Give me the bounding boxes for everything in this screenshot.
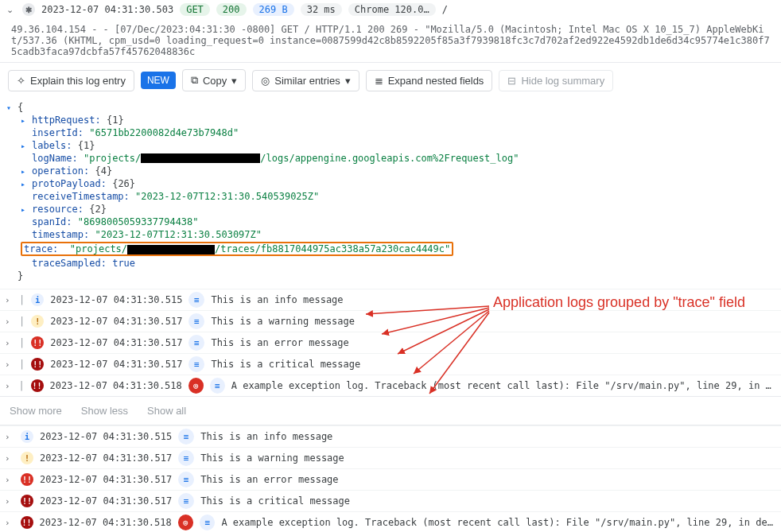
trace-lines-icon[interactable]: ≡	[200, 515, 215, 530]
log-row[interactable]: ›|!!2023-12-07 04:31:30.517≡This is a cr…	[0, 353, 781, 375]
log-row[interactable]: ›!!2023-12-07 04:31:30.517≡This is a cri…	[0, 490, 781, 511]
json-value[interactable]: "8698005059337794438"	[78, 216, 199, 227]
explain-label: Explain this log entry	[30, 75, 126, 87]
log-row[interactable]: ›|!!2023-12-07 04:31:30.517≡This is an e…	[0, 332, 781, 353]
useragent-chip[interactable]: Chrome 120.0…	[348, 3, 436, 16]
log-row[interactable]: ›!!2023-12-07 04:31:30.518⊚≡A example ex…	[0, 511, 781, 532]
json-key[interactable]: spanId:	[32, 216, 72, 227]
json-key[interactable]: insertId:	[32, 127, 84, 138]
json-value[interactable]: "2023-12-07T12:31:30.503097Z"	[95, 229, 262, 240]
json-value[interactable]: "2023-12-07T12:31:30.540539025Z"	[135, 191, 319, 202]
expand-nested-button[interactable]: ≣ Expand nested fields	[366, 70, 493, 91]
severity-icon: i	[31, 293, 44, 306]
latency-chip[interactable]: 32 ms	[301, 3, 342, 16]
toolbar: ✧ Explain this log entry NEW ⧉ Copy ▾ ◎ …	[0, 62, 781, 98]
log-message: This is an error message	[200, 474, 338, 485]
trace-lines-icon[interactable]: ≡	[178, 472, 194, 487]
expand-icon[interactable]: ›	[5, 518, 14, 528]
json-key[interactable]: resource:	[32, 204, 84, 215]
json-key[interactable]: receiveTimestamp:	[32, 191, 130, 202]
expand-icon[interactable]: ▸	[21, 205, 32, 214]
log-row[interactable]: ›!!2023-12-07 04:31:30.517≡This is an er…	[0, 468, 781, 490]
group-bar-icon: |	[19, 359, 25, 370]
stacktrace-icon[interactable]: ⊚	[178, 515, 193, 530]
json-key[interactable]: operation:	[32, 165, 89, 177]
expand-icon[interactable]: ›	[5, 338, 14, 348]
expand-icon[interactable]: ▸	[21, 116, 32, 125]
expand-icon[interactable]: ›	[5, 359, 14, 370]
show-less-button[interactable]: Show less	[81, 405, 128, 417]
expand-icon[interactable]: ⌄	[6, 5, 16, 15]
hide-summary-button: ⊟ Hide log summary	[499, 70, 613, 91]
trace-lines-icon[interactable]: ≡	[188, 313, 204, 329]
expand-icon[interactable]: ▸	[21, 142, 32, 150]
expand-icon[interactable]: ›	[5, 316, 14, 327]
show-row: Show moreShow lessShow all	[0, 396, 781, 425]
expand-icon[interactable]: ›	[5, 381, 14, 391]
expand-icon[interactable]: ▸	[21, 167, 32, 176]
json-value[interactable]: true	[112, 258, 135, 269]
trace-lines-icon[interactable]: ≡	[178, 493, 194, 509]
trace-lines-icon[interactable]: ≡	[210, 378, 225, 394]
json-value-suffix[interactable]: /traces/fb8817044975ac338a57a230cac4449c…	[215, 243, 450, 254]
log-message: This is a warning message	[200, 452, 344, 464]
chevron-down-icon: ▾	[345, 75, 351, 87]
timestamp: 2023-12-07 04:31:30.515	[50, 294, 182, 305]
trace-lines-icon[interactable]: ≡	[178, 429, 194, 445]
group-bar-icon: |	[19, 294, 25, 305]
expand-icon[interactable]: ▸	[21, 180, 32, 188]
json-collapsed: {1}	[78, 140, 95, 151]
trace-lines-icon[interactable]: ≡	[188, 356, 204, 372]
log-summary-row[interactable]: ⌄ ✱ 2023-12-07 04:31:30.503 GET 200 269 …	[0, 0, 781, 19]
expand-icon[interactable]: ›	[5, 475, 14, 485]
json-value-prefix[interactable]: "projects/	[70, 243, 127, 254]
json-key[interactable]: traceSampled:	[32, 258, 107, 269]
method-chip[interactable]: GET	[180, 3, 210, 16]
json-key[interactable]: labels:	[32, 140, 72, 151]
log-message: This is a critical message	[200, 495, 350, 507]
similar-entries-button[interactable]: ◎ Similar entries ▾	[252, 70, 359, 91]
json-payload: ▾ { ▸ httpRequest: {1} insertId: "6571bb…	[0, 98, 781, 289]
expand-icon[interactable]: ›	[5, 295, 14, 305]
json-collapsed: {1}	[107, 115, 124, 126]
trace-lines-icon[interactable]: ≡	[188, 335, 204, 351]
severity-icon: !!	[21, 473, 33, 486]
json-key[interactable]: logName:	[32, 153, 78, 164]
collapse-icon[interactable]: ▾	[6, 103, 17, 112]
log-row[interactable]: ›|!2023-12-07 04:31:30.517≡This is a war…	[0, 310, 781, 332]
json-key[interactable]: httpRequest:	[32, 115, 101, 126]
timestamp: 2023-12-07 04:31:30.517	[50, 337, 182, 348]
expand-icon[interactable]: ›	[5, 496, 14, 507]
show-more-button[interactable]: Show more	[10, 405, 62, 417]
log-message: This is a critical message	[211, 359, 360, 370]
severity-icon: !	[31, 315, 44, 328]
similar-label: Similar entries	[274, 75, 340, 87]
log-group: ›i2023-12-07 04:31:30.515≡This is an inf…	[0, 425, 781, 532]
json-key[interactable]: timestamp:	[32, 229, 89, 240]
expand-icon[interactable]: ›	[5, 432, 14, 442]
trace-lines-icon[interactable]: ≡	[188, 292, 204, 308]
json-key[interactable]: trace:	[24, 243, 58, 254]
log-row[interactable]: ›|!!2023-12-07 04:31:30.518⊚≡A example e…	[0, 375, 781, 396]
show-all-button[interactable]: Show all	[147, 405, 186, 417]
timestamp: 2023-12-07 04:31:30.518	[50, 380, 182, 391]
status-chip[interactable]: 200	[216, 3, 247, 16]
bytes-chip[interactable]: 269 B	[253, 3, 294, 16]
copy-button[interactable]: ⧉ Copy ▾	[182, 69, 246, 91]
trace-lines-icon[interactable]: ≡	[178, 450, 194, 466]
json-key[interactable]: protoPayload:	[32, 178, 107, 189]
redacted-project-id	[127, 245, 215, 254]
copy-icon: ⧉	[191, 74, 198, 87]
log-row[interactable]: ›i2023-12-07 04:31:30.515≡This is an inf…	[0, 425, 781, 447]
expand-icon: ≣	[375, 75, 383, 87]
log-row[interactable]: ›!2023-12-07 04:31:30.517≡This is a warn…	[0, 447, 781, 468]
chevron-down-icon: ▾	[231, 75, 237, 87]
url: /	[442, 4, 448, 15]
expand-icon[interactable]: ›	[5, 453, 14, 464]
explain-button[interactable]: ✧ Explain this log entry	[8, 70, 134, 91]
stacktrace-icon[interactable]: ⊚	[188, 378, 204, 394]
json-value-prefix[interactable]: "projects/	[84, 153, 141, 164]
json-value-suffix[interactable]: /logs/appengine.googleapis.com%2Frequest…	[260, 153, 519, 164]
json-value[interactable]: "6571bb2200082d4e73b7948d"	[89, 127, 239, 138]
timestamp: 2023-12-07 04:31:30.517	[50, 359, 182, 370]
